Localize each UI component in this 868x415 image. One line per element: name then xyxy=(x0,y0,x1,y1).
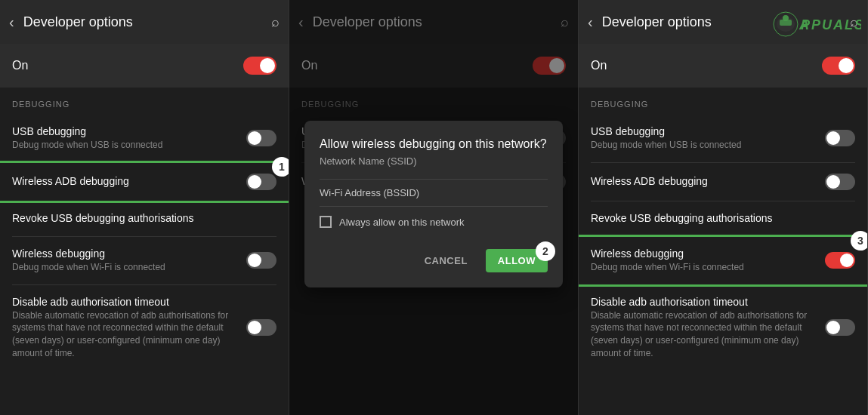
wireless-debug-item-3[interactable]: Wireless debugging Debug mode when Wi-Fi… xyxy=(579,237,867,284)
disable-adb-title-3: Disable adb authorisation timeout xyxy=(591,296,825,308)
appuals-watermark: PPUALS A xyxy=(771,9,861,44)
wireless-debug-toggle-1[interactable] xyxy=(246,252,276,269)
watermark-text: PPUALS A xyxy=(771,24,861,43)
appuals-logo: PPUALS A xyxy=(771,9,861,39)
back-icon-3[interactable]: ‹ xyxy=(588,14,593,31)
dialog-checkbox-label: Always allow on this network xyxy=(339,217,464,228)
disable-adb-item-1[interactable]: Disable adb authorisation timeout Disabl… xyxy=(0,285,289,370)
dialog-title: Allow wireless debugging on this network… xyxy=(320,136,548,152)
header-title-2: Developer options xyxy=(313,14,561,30)
section-label-1: DEBUGGING xyxy=(0,88,289,115)
dialog-checkbox-row[interactable]: Always allow on this network xyxy=(320,206,548,237)
on-label-2: On xyxy=(301,59,533,72)
wireless-adb-item-3[interactable]: Wireless ADB debugging xyxy=(579,163,867,201)
toggle-on-1[interactable] xyxy=(243,57,276,75)
wireless-adb-text-3: Wireless ADB debugging xyxy=(591,175,825,189)
disable-adb-subtitle-1: Disable automatic revocation of adb auth… xyxy=(12,309,246,360)
disable-adb-toggle-3[interactable] xyxy=(825,319,855,336)
dialog-checkbox[interactable] xyxy=(320,216,332,228)
wireless-debug-title-1: Wireless debugging xyxy=(12,247,246,260)
content-1: DEBUGGING USB debugging Debug mode when … xyxy=(0,88,289,415)
usb-debugging-subtitle-3: Debug mode when USB is connected xyxy=(591,139,825,152)
badge-2: 2 xyxy=(536,241,555,261)
badge-1: 1 xyxy=(272,157,289,177)
panel-2: ‹ Developer options ⌕ On DEBUGGING USB d… xyxy=(289,0,579,415)
on-row-2: On xyxy=(289,44,578,88)
wireless-debug-toggle-3[interactable] xyxy=(825,252,855,269)
search-icon-2[interactable]: ⌕ xyxy=(561,14,569,30)
content-3: DEBUGGING USB debugging Debug mode when … xyxy=(579,88,867,415)
revoke-usb-item-3[interactable]: Revoke USB debugging authorisations xyxy=(579,201,867,236)
wireless-adb-toggle-3[interactable] xyxy=(825,174,855,190)
usb-debugging-text-3: USB debugging Debug mode when USB is con… xyxy=(591,125,825,152)
allow-badge-wrapper: ALLOW 2 xyxy=(486,249,548,272)
toggle-knob-2 xyxy=(549,58,564,73)
usb-debugging-item-1[interactable]: USB debugging Debug mode when USB is con… xyxy=(0,115,289,162)
revoke-usb-item-1[interactable]: Revoke USB debugging authorisations xyxy=(0,201,289,236)
usb-debugging-subtitle-1: Debug mode when USB is connected xyxy=(12,139,246,152)
dialog-buttons: CANCEL ALLOW 2 xyxy=(320,249,548,272)
wireless-debug-item-1[interactable]: Wireless debugging Debug mode when Wi-Fi… xyxy=(0,237,289,284)
revoke-usb-title-1: Revoke USB debugging authorisations xyxy=(12,212,276,224)
usb-debugging-title-1: USB debugging xyxy=(12,125,246,137)
revoke-usb-text-1: Revoke USB debugging authorisations xyxy=(12,212,276,226)
wireless-adb-toggle-1[interactable] xyxy=(246,174,276,190)
wireless-debug-subtitle-3: Debug mode when Wi-Fi is connected xyxy=(591,261,825,274)
disable-adb-subtitle-3: Disable automatic revocation of adb auth… xyxy=(591,309,825,360)
dialog-bssid-field: Wi-Fi Address (BSSID) xyxy=(320,179,548,206)
badge-3: 3 xyxy=(851,231,867,251)
disable-adb-item-3[interactable]: Disable adb authorisation timeout Disabl… xyxy=(579,285,867,370)
usb-debugging-toggle-1[interactable] xyxy=(246,130,276,146)
wireless-debug-subtitle-1: Debug mode when Wi-Fi is connected xyxy=(12,261,246,274)
header-title-1: Developer options xyxy=(23,14,271,30)
dialog-cancel-button[interactable]: CANCEL xyxy=(412,249,480,272)
back-icon-1[interactable]: ‹ xyxy=(9,14,14,31)
revoke-usb-text-3: Revoke USB debugging authorisations xyxy=(591,212,855,226)
toggle-on-2[interactable] xyxy=(533,57,566,75)
dialog-ssid-subtitle: Network Name (SSID) xyxy=(320,155,548,167)
back-icon-2[interactable]: ‹ xyxy=(298,14,304,31)
header-2: ‹ Developer options ⌕ xyxy=(289,0,578,44)
disable-adb-toggle-1[interactable] xyxy=(246,319,276,336)
wireless-debug-dialog: Allow wireless debugging on this network… xyxy=(304,121,563,287)
revoke-usb-title-3: Revoke USB debugging authorisations xyxy=(591,212,855,224)
usb-debugging-toggle-3[interactable] xyxy=(825,130,855,146)
svg-point-3 xyxy=(783,15,789,21)
toggle-knob-3 xyxy=(839,58,854,73)
on-row-3: On xyxy=(579,44,867,88)
wireless-adb-title-3: Wireless ADB debugging xyxy=(591,175,825,187)
usb-debugging-item-3[interactable]: USB debugging Debug mode when USB is con… xyxy=(579,115,867,162)
wireless-debug-text-1: Wireless debugging Debug mode when Wi-Fi… xyxy=(12,247,246,274)
usb-debugging-text-1: USB debugging Debug mode when USB is con… xyxy=(12,125,246,152)
toggle-knob-1 xyxy=(260,58,275,73)
panel-3: ‹ Developer options ⌕ PPUALS A On DEBUGG… xyxy=(579,0,868,415)
search-icon-1[interactable]: ⌕ xyxy=(271,14,280,30)
usb-debugging-title-3: USB debugging xyxy=(591,125,825,137)
disable-adb-text-1: Disable adb authorisation timeout Disabl… xyxy=(12,296,246,360)
svg-text:A: A xyxy=(798,17,811,32)
section-label-2: DEBUGGING xyxy=(289,88,578,115)
wireless-adb-title-1: Wireless ADB debugging xyxy=(12,175,246,187)
disable-adb-title-1: Disable adb authorisation timeout xyxy=(12,296,246,308)
on-row-1: On xyxy=(0,44,289,88)
wireless-debug-title-3: Wireless debugging xyxy=(591,247,825,260)
panel-1: ‹ Developer options ⌕ On DEBUGGING USB d… xyxy=(0,0,289,415)
section-label-3: DEBUGGING xyxy=(579,88,867,115)
on-label-3: On xyxy=(591,59,822,72)
wireless-adb-text-1: Wireless ADB debugging xyxy=(12,175,246,189)
wireless-debug-text-3: Wireless debugging Debug mode when Wi-Fi… xyxy=(591,247,825,274)
toggle-on-3[interactable] xyxy=(822,57,855,75)
wireless-adb-item-1[interactable]: Wireless ADB debugging 1 xyxy=(0,163,289,201)
header-1: ‹ Developer options ⌕ xyxy=(0,0,289,44)
on-label-1: On xyxy=(12,59,243,72)
disable-adb-text-3: Disable adb authorisation timeout Disabl… xyxy=(591,296,825,360)
